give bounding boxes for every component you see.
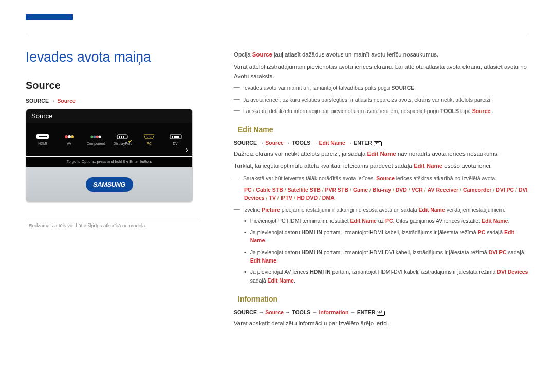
intro-p1: Opcija Source ļauj atlasīt dažādus avotu… xyxy=(234,50,529,60)
image-caption: - Redzamais attēls var būt atšķirīgs atk… xyxy=(26,222,200,228)
svg-point-17 xyxy=(151,137,151,137)
svg-point-15 xyxy=(151,136,152,136)
tv-preview: Source HDMI AV Component DisplayPo xyxy=(26,109,193,202)
editname-p1: Dažreiz ekrāns var netikt attēlots parei… xyxy=(234,150,529,159)
svg-point-7 xyxy=(96,135,98,138)
tv-lower-half: SAMSUNG xyxy=(26,167,192,202)
header-rule xyxy=(26,36,529,36)
port-component[interactable]: Component xyxy=(83,133,109,145)
svg-rect-11 xyxy=(121,136,122,138)
breadcrumb-source: SOURCE → Source xyxy=(26,98,200,104)
editname-devices: PC / Cable STB / Satellite STB / PVR STB… xyxy=(234,185,529,202)
svg-rect-19 xyxy=(172,136,173,138)
bc-information: SOURCE → Source → TOOLS → Information → … xyxy=(234,309,529,316)
bc-source-key: SOURCE xyxy=(26,98,49,104)
svg-rect-1 xyxy=(39,136,47,137)
editname-note1: ―Sarakstā var būt ietvertas tālāk norādī… xyxy=(234,174,529,182)
svg-rect-10 xyxy=(119,136,120,138)
editname-b1: •Pievienojot PC HDMI terminālim, iestati… xyxy=(234,217,529,225)
bc-editname: SOURCE → Source → TOOLS → Edit Name → EN… xyxy=(234,140,529,146)
bc-source-val: Source xyxy=(57,98,76,104)
info-p1: Varat apskatīt detalizētu informāciju pa… xyxy=(234,319,529,328)
dvi-icon xyxy=(169,133,183,140)
svg-rect-12 xyxy=(123,136,124,138)
svg-rect-20 xyxy=(174,136,179,138)
hdmi-icon xyxy=(35,133,50,140)
svg-point-5 xyxy=(90,135,93,138)
intro-p2: Varat attēlot izstrādājumam pievienotas … xyxy=(234,63,529,81)
caption-divider xyxy=(26,218,200,218)
right-arrow-icon[interactable]: › xyxy=(186,145,188,154)
page-header xyxy=(26,14,529,38)
right-column: Opcija Source ļauj atlasīt dažādus avotu… xyxy=(234,50,529,331)
svg-point-2 xyxy=(65,135,68,138)
page-title: Ievades avota maiņa xyxy=(26,49,200,65)
check-icon: ✔ xyxy=(128,138,133,145)
svg-point-3 xyxy=(68,135,71,138)
editname-b3: •Ja pievienojat datoru HDMI IN portam, i… xyxy=(234,248,529,265)
port-dvi[interactable]: DVI xyxy=(162,133,189,145)
samsung-logo: SAMSUNG xyxy=(86,177,133,192)
svg-point-4 xyxy=(71,135,74,138)
brand-bar xyxy=(26,14,73,20)
component-icon xyxy=(89,133,103,140)
information-heading: Information xyxy=(234,295,282,303)
port-hdmi[interactable]: HDMI xyxy=(29,133,56,145)
editname-b2: •Ja pievienojat datoru HDMI IN portam, i… xyxy=(234,228,529,245)
left-column: Ievades avota maiņa Source SOURCE → Sour… xyxy=(26,49,200,228)
svg-point-16 xyxy=(147,137,148,137)
editname-b4: •Ja pievienojat AV ierīces HDMI IN porta… xyxy=(234,268,529,285)
tv-title: Source xyxy=(26,109,192,123)
port-pc[interactable]: PC xyxy=(136,133,162,145)
editname-note2: ―Izvēlnē Picture pieejamie iestatījumi i… xyxy=(234,206,529,214)
svg-point-8 xyxy=(98,135,101,138)
editname-p2: Turklāt, lai iegūtu optimālu attēla kval… xyxy=(234,162,529,171)
av-icon xyxy=(62,133,77,140)
source-heading: Source xyxy=(26,80,200,91)
svg-point-14 xyxy=(149,136,150,136)
svg-point-13 xyxy=(147,136,147,136)
editname-heading: Edit Name xyxy=(234,125,277,134)
vga-icon xyxy=(142,133,156,140)
tv-help-text: To go to Options, press and hold the Ent… xyxy=(26,157,192,167)
enter-icon xyxy=(374,141,382,146)
enter-icon xyxy=(377,311,385,316)
svg-point-6 xyxy=(93,135,96,138)
intro-note2: ―Ja avota ierīcei, uz kuru vēlaties pārs… xyxy=(234,96,529,104)
intro-note1: ―Ievades avotu var mainīt arī, izmantojo… xyxy=(234,84,529,92)
intro-note3: ―Lai skatītu detalizētu informāciju par … xyxy=(234,107,529,115)
port-av[interactable]: AV xyxy=(56,133,83,145)
